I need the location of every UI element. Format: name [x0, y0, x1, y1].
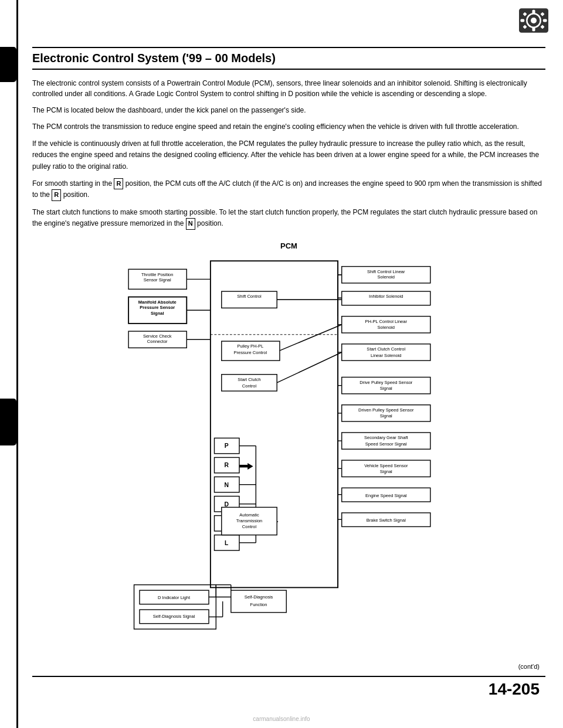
watermark: carmanualsonline.info — [0, 716, 563, 722]
svg-text:D Indicator Light: D Indicator Light — [158, 595, 191, 600]
svg-text:Self-Diagnosis: Self-Diagnosis — [244, 594, 273, 600]
svg-text:D: D — [224, 501, 229, 507]
svg-text:Shift Control: Shift Control — [237, 294, 262, 299]
diagram-area: PCM Throttle Position Sensor Signal Mani… — [32, 241, 545, 651]
svg-text:Signal: Signal — [150, 310, 164, 315]
svg-text:Throttle Position: Throttle Position — [141, 271, 173, 277]
svg-text:Linear Solenoid: Linear Solenoid — [371, 352, 401, 358]
svg-text:P: P — [224, 443, 228, 449]
svg-rect-73 — [341, 404, 430, 421]
svg-text:Vehicle Speed Sensor: Vehicle Speed Sensor — [364, 462, 408, 468]
svg-rect-6 — [543, 19, 547, 22]
svg-rect-55 — [221, 507, 276, 535]
page-content: Electronic Control System ('99 – 00 Mode… — [32, 0, 545, 699]
svg-text:Control: Control — [242, 524, 256, 529]
page-number: 14-205 — [32, 676, 545, 699]
svg-rect-79 — [341, 460, 430, 477]
svg-rect-64 — [341, 316, 430, 332]
svg-rect-84 — [341, 513, 430, 527]
svg-text:Drive Pulley Speed Sensor: Drive Pulley Speed Sensor — [359, 380, 413, 385]
left-ear-top-decoration — [0, 47, 16, 82]
body-paragraph-2: The PCM controls the transmission to red… — [32, 121, 545, 132]
svg-point-2 — [531, 18, 537, 23]
svg-rect-28 — [221, 341, 279, 360]
intro-paragraph-1: The electronic control system consists o… — [32, 78, 545, 99]
svg-text:L: L — [225, 539, 229, 546]
svg-text:Manifold Absolute: Manifold Absolute — [138, 300, 176, 305]
svg-rect-62 — [341, 291, 430, 305]
intro-paragraph-1b: The PCM is located below the dashboard, … — [32, 105, 545, 115]
svg-rect-5 — [521, 19, 525, 22]
logo-area — [516, 6, 551, 37]
svg-text:S: S — [224, 520, 228, 526]
svg-text:Solenoid: Solenoid — [377, 325, 394, 330]
svg-rect-11 — [210, 261, 337, 587]
svg-text:Signal: Signal — [379, 469, 392, 474]
cont-label: (cont'd) — [518, 663, 540, 670]
svg-rect-59 — [341, 266, 430, 283]
svg-text:Secondary Gear Shaft: Secondary Gear Shaft — [364, 435, 408, 440]
svg-rect-109 — [230, 590, 286, 613]
svg-marker-38 — [239, 463, 253, 470]
svg-rect-4 — [533, 28, 535, 32]
svg-text:Pressure Sensor: Pressure Sensor — [140, 305, 175, 310]
svg-rect-43 — [214, 515, 239, 530]
svg-rect-108 — [134, 584, 216, 629]
svg-rect-31 — [221, 374, 276, 390]
title-bar: Electronic Control System ('99 – 00 Mode… — [32, 47, 545, 70]
svg-rect-41 — [214, 496, 239, 511]
body-paragraph-5: The start clutch functions to make smoot… — [32, 207, 545, 230]
svg-text:Shift Control Linear: Shift Control Linear — [367, 269, 405, 274]
svg-text:Solenoid: Solenoid — [377, 274, 394, 280]
page-border-left — [16, 0, 18, 728]
svg-text:Sensor Signal: Sensor Signal — [143, 277, 171, 283]
svg-text:Signal: Signal — [379, 413, 392, 419]
footer-cont: (cont'd) — [32, 663, 545, 670]
left-ear-bottom-decoration — [0, 399, 16, 445]
svg-text:Signal: Signal — [379, 386, 392, 391]
body-paragraph-4: For smooth starting in the R position, t… — [32, 178, 545, 201]
svg-text:Brake Switch Signal: Brake Switch Signal — [366, 518, 405, 523]
svg-rect-82 — [341, 488, 430, 502]
svg-rect-16 — [128, 297, 186, 323]
svg-line-90 — [279, 324, 341, 350]
body-paragraph-3: If the vehicle is continuously driven at… — [32, 138, 545, 172]
svg-text:Engine Speed Signal: Engine Speed Signal — [365, 492, 407, 498]
diagram-svg: Throttle Position Sensor Signal Manifold… — [119, 253, 459, 651]
svg-rect-3 — [533, 10, 535, 14]
svg-rect-36 — [214, 457, 239, 472]
svg-text:Start Clutch Control: Start Clutch Control — [367, 346, 405, 352]
page-title: Electronic Control System ('99 – 00 Mode… — [32, 52, 276, 64]
svg-rect-25 — [221, 291, 276, 308]
svg-text:R: R — [224, 462, 229, 468]
svg-text:PH-PL Control Linear: PH-PL Control Linear — [365, 319, 407, 324]
svg-text:Function: Function — [250, 601, 267, 607]
svg-rect-12 — [128, 269, 186, 289]
svg-text:N: N — [224, 481, 229, 488]
svg-rect-76 — [341, 433, 430, 449]
svg-rect-104 — [140, 590, 209, 604]
svg-text:Service Check: Service Check — [143, 333, 171, 338]
settings-logo-icon — [516, 6, 551, 35]
svg-rect-70 — [341, 377, 430, 393]
pcm-label: PCM — [280, 241, 297, 250]
svg-text:Inhibitor Solenoid: Inhibitor Solenoid — [369, 294, 403, 299]
svg-text:Driven Pulley Speed Sensor: Driven Pulley Speed Sensor — [358, 407, 414, 413]
svg-text:Connector: Connector — [147, 339, 167, 344]
svg-rect-106 — [140, 610, 209, 624]
svg-text:Pressure Control: Pressure Control — [233, 350, 267, 355]
svg-text:Automatic: Automatic — [239, 512, 259, 517]
svg-rect-34 — [214, 438, 239, 453]
svg-text:Speed Sensor Signal: Speed Sensor Signal — [365, 441, 406, 446]
svg-rect-39 — [214, 477, 239, 492]
svg-rect-21 — [128, 331, 186, 348]
diagram-container: Throttle Position Sensor Signal Manifold… — [119, 253, 459, 651]
svg-rect-67 — [341, 344, 430, 360]
svg-text:Pulley PH-PL: Pulley PH-PL — [237, 343, 263, 349]
svg-rect-45 — [214, 535, 239, 550]
svg-text:Start Clutch: Start Clutch — [238, 377, 260, 382]
svg-text:Self-Diagnosis Signal: Self-Diagnosis Signal — [152, 614, 195, 619]
svg-line-91 — [277, 352, 342, 383]
svg-text:Transmission: Transmission — [236, 518, 262, 523]
svg-text:Control: Control — [242, 383, 256, 388]
